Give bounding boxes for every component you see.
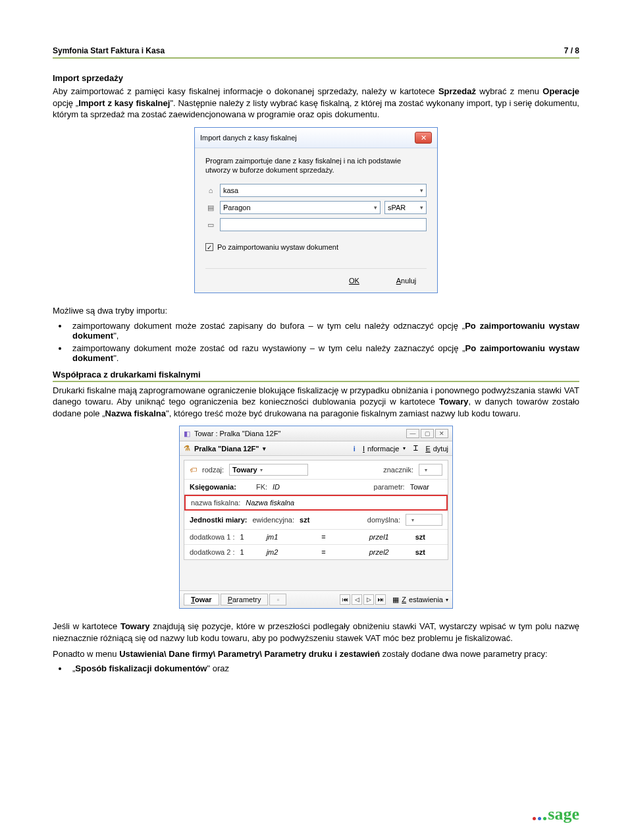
checkbox-issue-after-import[interactable]: ✓ Po zaimportowaniu wystaw dokument — [205, 243, 427, 251]
towary-note: Jeśli w kartotece Towary znajdują się po… — [53, 621, 579, 644]
combo-rodzaj[interactable]: Towary▾ — [229, 464, 308, 476]
modes-intro: Możliwe są dwa tryby importu: — [53, 305, 579, 317]
doc-header: Symfonia Start Faktura i Kasa 7 / 8 — [53, 46, 579, 59]
close-icon[interactable]: ✕ — [435, 429, 448, 438]
dialog-import-info: Program zaimportuje dane z kasy fiskalne… — [205, 156, 427, 175]
report-icon: ▦ — [392, 596, 399, 604]
section-printers-title: Współpraca z drukarkami fiskalnymi — [53, 370, 579, 382]
edit-button[interactable]: Ꮖ Edytuj — [413, 444, 448, 453]
section-import-text: Aby zaimportować z pamięci kasy fiskalne… — [53, 86, 579, 121]
item-icon: ⚗ — [184, 444, 190, 453]
doc-title: Symfonia Start Faktura i Kasa — [53, 46, 165, 55]
section-printers-text: Drukarki fiskalne mają zaprogramowane og… — [53, 385, 579, 420]
section-import-title: Import sprzedaży — [53, 73, 579, 83]
input-description[interactable] — [220, 218, 427, 231]
nav-next-icon[interactable]: ▷ — [363, 594, 374, 605]
window-app-icon: ◧ — [184, 430, 190, 438]
tag-icon: 🏷 — [190, 466, 197, 474]
combo-domyslna[interactable]: ▾ — [406, 514, 442, 526]
minimize-icon[interactable]: — — [406, 429, 419, 438]
document-icon: ▤ — [205, 203, 216, 212]
modes-item-1: zaimportowany dokument może zostać zapis… — [68, 321, 579, 341]
maximize-icon[interactable]: ▢ — [421, 429, 434, 438]
combo-doc-series[interactable]: sPAR▾ — [384, 201, 427, 214]
combo-znacznik[interactable]: ▾ — [419, 464, 442, 476]
tab-parametry[interactable]: Parametry — [221, 594, 269, 605]
dialog-towar: ◧ Towar : Pralka "Diana 12F" — ▢ ✕ ⚗ Pra… — [179, 426, 453, 609]
cursor-icon: Ꮖ — [413, 444, 418, 453]
checkbox-icon: ✓ — [205, 243, 213, 251]
input-nazwa-fiskalna[interactable]: Nazwa fiskalna — [246, 499, 294, 507]
nav-prev-icon[interactable]: ◁ — [352, 594, 362, 605]
cash-register-icon: ⌂ — [205, 186, 216, 195]
nav-first-icon[interactable]: ⏮ — [340, 594, 350, 605]
sage-logo: sage — [533, 804, 579, 824]
modes-list: zaimportowany dokument może zostać zapis… — [68, 321, 579, 363]
note-icon: ▭ — [205, 220, 216, 229]
params-list: „Sposób fiskalizacji dokumentów" oraz — [68, 663, 579, 673]
row-nazwa-fiskalna: nazwa fiskalna: Nazwa fiskalna — [184, 495, 448, 511]
ok-button[interactable]: OK — [334, 275, 375, 286]
modes-item-2: zaimportowany dokument może zostać od ra… — [68, 343, 579, 363]
tab-blank[interactable]: ▫ — [269, 594, 286, 605]
tab-towar[interactable]: Towar — [184, 594, 219, 605]
dialog-import: Import danych z kasy fiskalnej ✕ Program… — [194, 127, 438, 294]
page-number: 7 / 8 — [564, 46, 579, 55]
combo-doc-type[interactable]: Paragon▾ — [220, 201, 381, 214]
item-name: Pralka "Diana 12F" — [194, 445, 259, 453]
nav-last-icon[interactable]: ⏭ — [375, 594, 386, 605]
info-button[interactable]: i Informacje▾ — [354, 445, 406, 453]
chevron-down-icon: ▾ — [420, 187, 423, 194]
combo-kasa[interactable]: kasa▾ — [220, 184, 427, 197]
params-note: Ponadto w menu Ustawienia\ Dane firmy\ P… — [53, 648, 579, 660]
chevron-down-icon: ▾ — [420, 204, 423, 211]
chevron-down-icon: ▾ — [374, 204, 377, 211]
close-icon[interactable]: ✕ — [415, 132, 432, 144]
chevron-down-icon[interactable]: ▾ — [263, 445, 266, 452]
params-item-1: „Sposób fiskalizacji dokumentów" oraz — [68, 663, 579, 673]
dialog-import-title: Import danych z kasy fiskalnej — [200, 134, 297, 142]
window-title: Towar : Pralka "Diana 12F" — [194, 430, 280, 437]
zestawienia-button[interactable]: ▦Zestawienia▾ — [392, 596, 448, 604]
cancel-button[interactable]: Anuluj — [386, 275, 427, 286]
